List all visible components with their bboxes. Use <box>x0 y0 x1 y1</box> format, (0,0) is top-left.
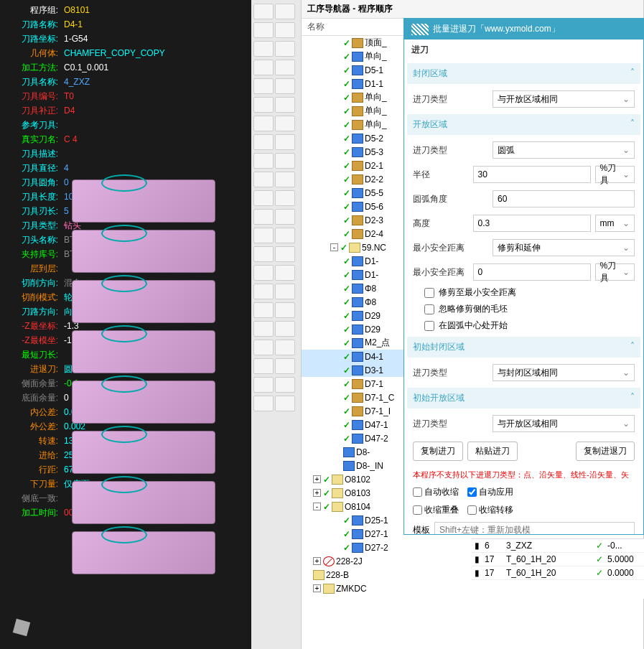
tool-button[interactable] <box>253 190 274 206</box>
tool-button[interactable] <box>253 302 274 318</box>
item-icon <box>352 270 363 280</box>
detail-row[interactable]: ▮17T_60_1H_20✓5.0000 <box>472 553 644 566</box>
tool-button[interactable] <box>275 4 295 19</box>
check-icon: ✓ <box>343 270 350 280</box>
template-input[interactable] <box>434 522 635 534</box>
3d-viewport[interactable] <box>72 179 251 639</box>
tool-button[interactable] <box>253 321 274 337</box>
tool-button[interactable] <box>253 209 274 225</box>
init-closed-select[interactable]: 与封闭区域相同 <box>493 364 635 381</box>
tool-button[interactable] <box>253 358 274 374</box>
tool-button[interactable] <box>253 228 274 243</box>
tool-button[interactable] <box>275 228 295 243</box>
tool-button[interactable] <box>275 209 295 225</box>
auto-apply-checkbox[interactable] <box>467 487 477 497</box>
tool-button[interactable] <box>253 22 274 38</box>
tool-button[interactable] <box>275 284 295 299</box>
expand-icon[interactable]: + <box>313 557 321 565</box>
tool-button[interactable] <box>275 116 295 131</box>
info-label: 参考刀具: <box>4 119 58 131</box>
detail-row[interactable]: ▮63_ZXZ✓-0... <box>472 539 644 553</box>
init-open-select[interactable]: 与开放区域相同 <box>493 415 635 432</box>
start-at-arc-center-checkbox[interactable] <box>424 321 434 331</box>
section-initial-open[interactable]: 初始开放区域˄ <box>407 388 640 408</box>
tab-engage[interactable]: 进刀 <box>410 39 638 60</box>
info-label: 刀具名称: <box>4 76 58 88</box>
tool-button[interactable] <box>275 22 295 38</box>
section-initial-closed[interactable]: 初始封闭区域˄ <box>407 337 640 358</box>
detail-row[interactable]: ▮17T_60_1H_20✓0.0000 <box>472 566 644 580</box>
tool-button[interactable] <box>253 172 274 187</box>
tool-button[interactable] <box>275 134 295 150</box>
axis-gizmo-icon[interactable] <box>7 599 50 642</box>
section-open-region[interactable]: 开放区域˄ <box>407 114 640 135</box>
tool-button[interactable] <box>253 41 274 57</box>
tool-button[interactable] <box>275 41 295 57</box>
expand-icon[interactable]: - <box>330 243 338 251</box>
min-safe-select[interactable]: 修剪和延伸 <box>493 239 635 256</box>
tool-button[interactable] <box>275 246 295 262</box>
tool-button[interactable] <box>253 340 274 355</box>
min-safe-dist-input[interactable] <box>473 263 591 281</box>
tool-button[interactable] <box>275 321 295 337</box>
tool-button[interactable] <box>275 265 295 281</box>
tool-button[interactable] <box>275 78 295 94</box>
section-closed-region[interactable]: 封闭区域˄ <box>407 63 640 84</box>
tool-button[interactable] <box>275 60 295 75</box>
tool-button[interactable] <box>253 134 274 150</box>
info-label: 加工方法: <box>4 62 58 74</box>
tree-item-label: Φ8 <box>365 284 376 294</box>
tool-button[interactable] <box>275 377 295 393</box>
tool-button[interactable] <box>275 340 295 355</box>
expand-icon[interactable]: + <box>313 584 321 592</box>
tree-item-label: D1- <box>365 256 378 266</box>
tool-button[interactable] <box>275 97 295 113</box>
shrink-overlap-checkbox[interactable] <box>413 505 422 515</box>
paste-engage-button[interactable]: 粘贴进刀 <box>467 442 518 461</box>
tool-button[interactable] <box>253 78 274 94</box>
tool-button[interactable] <box>275 172 295 187</box>
expand-icon[interactable]: - <box>313 503 321 510</box>
tree-item-label: D8- <box>356 447 370 457</box>
height-unit-select[interactable]: mm <box>595 215 635 232</box>
tool-button[interactable] <box>253 153 274 169</box>
height-input[interactable] <box>473 215 591 232</box>
radius-input[interactable] <box>473 166 591 183</box>
closed-type-select[interactable]: 与开放区域相同 <box>493 90 635 108</box>
tool-button[interactable] <box>253 97 274 113</box>
info-label: 下刀量: <box>4 478 58 490</box>
tool-button[interactable] <box>275 396 295 411</box>
trim-min-safe-checkbox[interactable] <box>424 288 434 298</box>
arc-angle-input[interactable] <box>493 190 635 207</box>
info-label: 几何体: <box>4 47 58 60</box>
tool-button[interactable] <box>253 116 274 131</box>
open-type-select[interactable]: 圆弧 <box>493 141 635 159</box>
info-label: 刀具补正: <box>4 105 58 117</box>
tool-button[interactable] <box>253 377 274 393</box>
radius-unit-select[interactable]: %刀具 <box>595 166 635 183</box>
tool-button[interactable] <box>253 4 274 19</box>
info-value: 0 <box>64 177 69 187</box>
auto-shrink-checkbox[interactable] <box>413 487 422 497</box>
min-safe-unit-select[interactable]: %刀具 <box>595 263 635 281</box>
tool-button[interactable] <box>275 302 295 318</box>
info-label: 进退刀: <box>4 363 58 375</box>
info-label: 刀具长度: <box>4 191 58 203</box>
tool-button[interactable] <box>253 246 274 262</box>
expand-icon[interactable]: + <box>313 489 321 497</box>
check-icon: ✓ <box>343 297 350 307</box>
copy-engage-retract-button[interactable]: 复制进退刀 <box>576 442 635 461</box>
tool-button[interactable] <box>253 265 274 281</box>
item-icon <box>352 256 363 266</box>
ignore-trim-blank-checkbox[interactable] <box>424 304 434 314</box>
tool-button[interactable] <box>253 60 274 75</box>
tool-button[interactable] <box>253 284 274 299</box>
tool-button[interactable] <box>253 396 274 411</box>
tool-button[interactable] <box>275 153 295 169</box>
copy-engage-button[interactable]: 复制进刀 <box>413 442 463 461</box>
expand-icon[interactable]: + <box>313 475 321 483</box>
shrink-transfer-checkbox[interactable] <box>467 505 477 515</box>
tool-button[interactable] <box>275 358 295 374</box>
tool-button[interactable] <box>275 190 295 206</box>
dialog-title-bar[interactable]: 批量进退刀「www.yxmold.com」 <box>404 19 643 39</box>
